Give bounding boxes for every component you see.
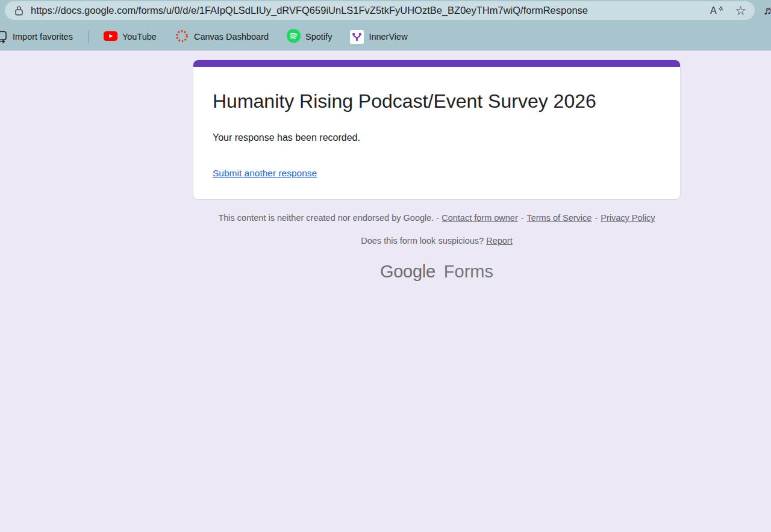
bookmarks-bar: Import favorites YouTube Canvas Dashboar… (0, 23, 771, 51)
bookmark-spotify[interactable]: Spotify (287, 29, 332, 45)
import-favorites-icon (0, 31, 8, 43)
page-background: Humanity Rising Podcast/Event Survey 202… (0, 51, 771, 532)
suspicious-line: Does this form look suspicious? Report (193, 235, 681, 247)
google-forms-logo: Google Forms (193, 262, 681, 281)
bookmark-label: YouTube (122, 32, 157, 42)
form-accent-bar (193, 60, 680, 67)
read-aloud-letter: A (710, 5, 717, 16)
url-text[interactable]: https://docs.google.com/forms/u/0/d/e/1F… (31, 5, 704, 16)
address-bar-row: https://docs.google.com/forms/u/0/d/e/1F… (0, 0, 771, 23)
innerview-icon (350, 30, 364, 44)
form-title: Humanity Rising Podcast/Event Survey 202… (213, 87, 640, 116)
form-footer: This content is neither created nor endo… (193, 212, 681, 281)
contact-form-owner-link[interactable]: Contact form owner (442, 213, 518, 223)
bookmark-youtube[interactable]: YouTube (104, 31, 157, 43)
youtube-icon (104, 31, 117, 43)
favorite-star-icon[interactable]: ☆ (735, 4, 746, 17)
report-link[interactable]: Report (486, 236, 513, 246)
form-card: Humanity Rising Podcast/Event Survey 202… (193, 60, 681, 200)
form-column: Humanity Rising Podcast/Event Survey 202… (193, 51, 681, 281)
bookmark-import-favorites[interactable]: Import favorites (0, 31, 73, 43)
bookmark-label: InnerView (369, 32, 407, 42)
privacy-policy-link[interactable]: Privacy Policy (601, 213, 655, 223)
bookmark-label: Spotify (305, 32, 332, 42)
response-recorded-message: Your response has been recorded. (213, 131, 661, 144)
canvas-icon (175, 29, 189, 45)
suspicious-text: Does this form look suspicious? (361, 236, 484, 246)
logo-google-text: Google (380, 262, 435, 281)
address-bar[interactable]: https://docs.google.com/forms/u/0/d/e/1F… (5, 1, 755, 20)
media-note-icon[interactable]: ♬ (763, 4, 771, 17)
spotify-icon (287, 29, 301, 45)
browser-chrome: https://docs.google.com/forms/u/0/d/e/1F… (0, 0, 771, 51)
separator: - (595, 213, 598, 223)
read-aloud-icon[interactable]: A (710, 5, 725, 16)
bookmark-label: Canvas Dashboard (194, 32, 269, 42)
bookmark-innerview[interactable]: InnerView (350, 30, 407, 44)
bookmark-canvas-dashboard[interactable]: Canvas Dashboard (175, 29, 269, 45)
form-card-body: Humanity Rising Podcast/Event Survey 202… (193, 67, 680, 199)
terms-of-service-link[interactable]: Terms of Service (526, 213, 592, 223)
disclaimer-line: This content is neither created nor endo… (193, 212, 681, 224)
disclaimer-text: This content is neither created nor endo… (218, 213, 439, 223)
separator: - (521, 213, 524, 223)
bookmark-label: Import favorites (13, 32, 73, 42)
address-bar-actions: A ☆ (710, 4, 746, 17)
logo-forms-text: Forms (444, 262, 493, 281)
bookmarks-divider (88, 31, 89, 43)
submit-another-response-link[interactable]: Submit another response (213, 167, 317, 180)
lock-icon[interactable] (14, 5, 23, 16)
